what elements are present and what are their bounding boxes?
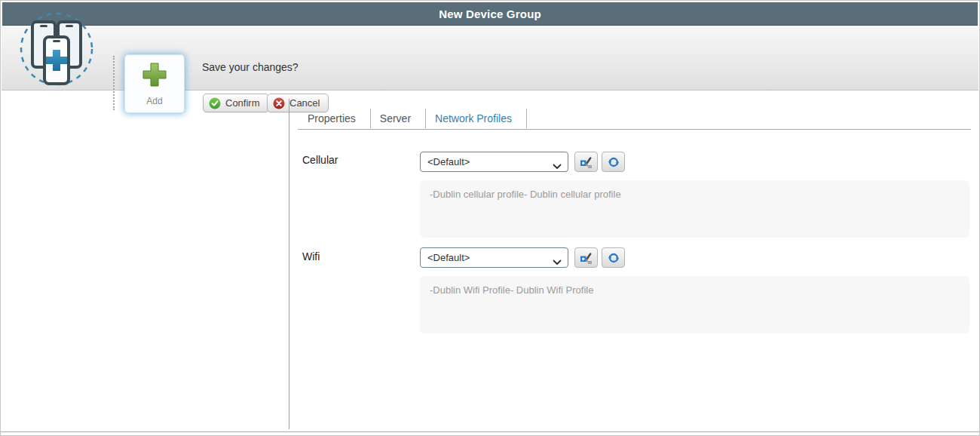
wifi-profile-select[interactable]: <Default> (420, 247, 568, 268)
wifi-refresh-button[interactable] (602, 247, 625, 268)
tab-network-profiles[interactable]: Network Profiles (426, 109, 526, 128)
refresh-icon (608, 252, 620, 264)
refresh-icon (608, 156, 620, 168)
plus-icon (141, 61, 168, 91)
wifi-label: Wifi (302, 250, 320, 263)
tab-properties[interactable]: Properties (299, 109, 370, 128)
tab-divider (526, 109, 527, 128)
content-vertical-divider (289, 99, 289, 429)
tab-server[interactable]: Server (371, 109, 425, 128)
x-circle-icon (273, 97, 285, 109)
wifi-profile-description[interactable]: -Dublin Wifi Profile- Dublin Wifi Profil… (420, 276, 969, 333)
confirm-button[interactable]: Confirm (203, 94, 269, 112)
confirm-button-label: Confirm (225, 97, 260, 109)
save-changes-prompt: Save your changes? (202, 61, 299, 73)
cellular-edit-button[interactable] (574, 152, 598, 172)
add-button[interactable]: Add (124, 54, 185, 113)
check-circle-icon (209, 97, 221, 109)
cellular-profile-description[interactable]: -Dublin cellular profile- Dublin cellula… (420, 180, 969, 238)
tabs-underline (298, 129, 971, 130)
toolbar: Add Save your changes? Confirm (2, 26, 978, 91)
tab-bar: Properties Server Network Profiles (299, 107, 527, 129)
new-device-group-window: New Device Group Add Save your changes? (0, 0, 980, 436)
window-title: New Device Group (2, 2, 978, 26)
cellular-label: Cellular (302, 154, 338, 166)
add-button-label: Add (146, 96, 162, 106)
toolbar-separator (113, 56, 115, 110)
edit-pencil-icon (580, 155, 593, 168)
cellular-profile-select[interactable]: <Default> (420, 152, 568, 172)
wifi-select-wrap: <Default> (420, 247, 568, 268)
cellular-refresh-button[interactable] (602, 152, 625, 172)
edit-pencil-icon (580, 251, 593, 264)
device-group-icon (17, 4, 96, 88)
wifi-edit-button[interactable] (574, 247, 598, 268)
window-bottom-border (1, 431, 979, 432)
cellular-select-wrap: <Default> (420, 152, 568, 172)
